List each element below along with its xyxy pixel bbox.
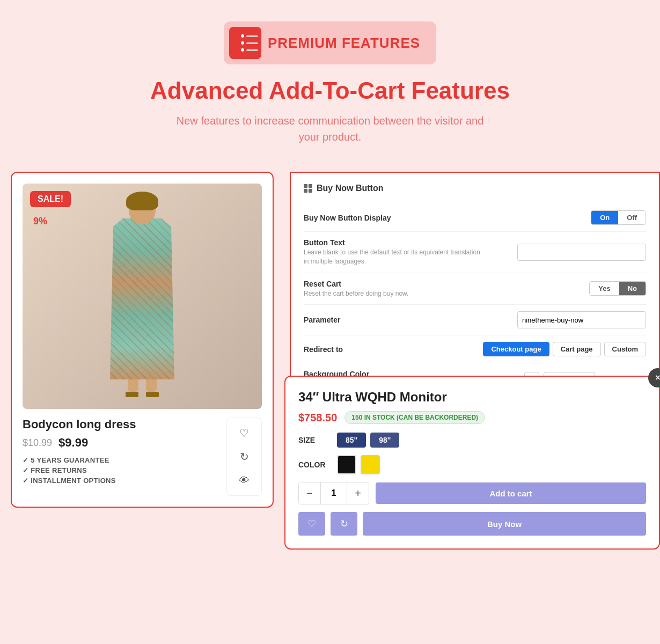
product-image — [23, 184, 262, 409]
qty-plus[interactable]: + — [347, 482, 369, 504]
subtitle: New features to increase communication b… — [169, 113, 491, 145]
product-image-container: SALE! 9% — [23, 184, 262, 409]
price-row: $10.99 $9.99 — [23, 436, 220, 450]
redirect-controls: Checkout page Cart page Custom — [483, 342, 646, 356]
sandal-right — [146, 392, 159, 397]
premium-badge: PREMIUM FEATURES — [224, 21, 436, 64]
color-yellow[interactable] — [361, 455, 380, 474]
toggle-onoff[interactable]: On Off — [591, 210, 646, 225]
sandal-left — [126, 392, 138, 397]
compare-btn[interactable]: ↻ — [234, 447, 254, 466]
redirect-custom[interactable]: Custom — [604, 342, 646, 356]
main-title: Advanced Add-To-Cart Features — [11, 77, 649, 104]
content-area: SALE! 9% — [0, 156, 660, 518]
settings-row-reset: Reset Cart Reset the cart before doing b… — [304, 273, 646, 305]
toggle-no[interactable]: No — [619, 282, 646, 295]
monitor-modal: × 34″ Ultra WQHD Monitor $758.50 150 IN … — [284, 376, 660, 550]
premium-badge-text: PREMIUM FEATURES — [268, 35, 420, 52]
toggle-off[interactable]: Off — [618, 211, 646, 224]
toggle-yesno[interactable]: Yes No — [589, 281, 646, 296]
color-label: COLOR — [298, 460, 331, 469]
action-buttons: ♡ ↻ 👁 — [226, 418, 262, 496]
size-row: SIZE 85" 98" — [298, 433, 646, 448]
size-98[interactable]: 98" — [370, 433, 399, 448]
monitor-info-row: $758.50 150 IN STOCK (CAN BE BACKORDERED… — [298, 411, 646, 424]
sandals — [126, 392, 159, 397]
sale-badge: SALE! — [30, 191, 71, 207]
feature-guarantee: 5 YEARS GUARANTEE — [23, 456, 220, 464]
product-name: Bodycon long dress — [23, 418, 220, 431]
modal-close-button[interactable]: × — [648, 368, 660, 387]
settings-row-button-text: Button Text Leave blank to use the defau… — [304, 232, 646, 273]
settings-header: Buy Now Button — [304, 184, 646, 195]
feature-installment: INSTALLMENT OPTIONS — [23, 477, 220, 485]
discount-badge: 9% — [33, 216, 47, 227]
dress-figure — [89, 194, 196, 398]
sale-price: $9.99 — [58, 436, 88, 450]
head — [129, 194, 156, 224]
size-85[interactable]: 85" — [337, 433, 366, 448]
size-label: SIZE — [298, 436, 331, 444]
header-section: PREMIUM FEATURES Advanced Add-To-Cart Fe… — [0, 0, 660, 156]
button-text-input[interactable] — [517, 244, 646, 261]
qty-minus[interactable]: − — [299, 482, 320, 504]
product-details: Bodycon long dress $10.99 $9.99 5 YEARS … — [23, 418, 220, 487]
monitor-title: 34″ Ultra WQHD Monitor — [298, 390, 646, 405]
qty-control: − 1 + — [298, 482, 369, 504]
qty-row: − 1 + Add to cart — [298, 482, 646, 504]
add-to-cart-button[interactable]: Add to cart — [376, 482, 646, 504]
badge-icon — [229, 27, 261, 59]
settings-row-display: Buy Now Button Display On Off — [304, 204, 646, 232]
qty-value: 1 — [320, 482, 347, 504]
modal-compare-btn[interactable]: ↻ — [331, 512, 357, 536]
feature-returns: FREE RETURNS — [23, 466, 220, 474]
stock-badge: 150 IN STOCK (CAN BE BACKORDERED) — [344, 411, 485, 424]
toggle-yes[interactable]: Yes — [590, 282, 619, 295]
parameter-input[interactable] — [517, 311, 646, 328]
right-panels: Buy Now Button Buy Now Button Display On… — [290, 172, 649, 508]
dress-pattern — [110, 218, 174, 379]
settings-row-redirect: Redirect to Checkout page Cart page Cust… — [304, 335, 646, 363]
buy-now-button[interactable]: Buy Now — [363, 512, 646, 536]
redirect-checkout[interactable]: Checkout page — [483, 342, 549, 356]
setting-label-display: Buy Now Button Display — [304, 214, 582, 222]
product-card: SALE! 9% — [11, 172, 274, 508]
settings-row-parameter: Parameter — [304, 305, 646, 335]
monitor-price: $758.50 — [298, 412, 337, 424]
hair — [126, 192, 158, 210]
bottom-actions: ♡ ↻ Buy Now — [298, 512, 646, 536]
grid-icon — [304, 184, 312, 193]
color-options — [337, 455, 380, 474]
toggle-on[interactable]: On — [591, 211, 618, 224]
color-black[interactable] — [337, 455, 356, 474]
settings-panel: Buy Now Button Buy Now Button Display On… — [290, 172, 660, 407]
modal-wishlist-btn[interactable]: ♡ — [298, 512, 325, 536]
redirect-cart[interactable]: Cart page — [553, 342, 601, 356]
quickview-btn[interactable]: 👁 — [234, 471, 254, 490]
color-row: COLOR — [298, 455, 646, 474]
dress-body — [110, 218, 174, 379]
product-info: Bodycon long dress $10.99 $9.99 5 YEARS … — [23, 418, 262, 496]
original-price: $10.99 — [23, 437, 52, 449]
size-options: 85" 98" — [337, 433, 399, 448]
features-list: 5 YEARS GUARANTEE FREE RETURNS INSTALLME… — [23, 456, 220, 485]
wishlist-btn[interactable]: ♡ — [234, 423, 254, 443]
settings-title: Buy Now Button — [317, 184, 383, 193]
